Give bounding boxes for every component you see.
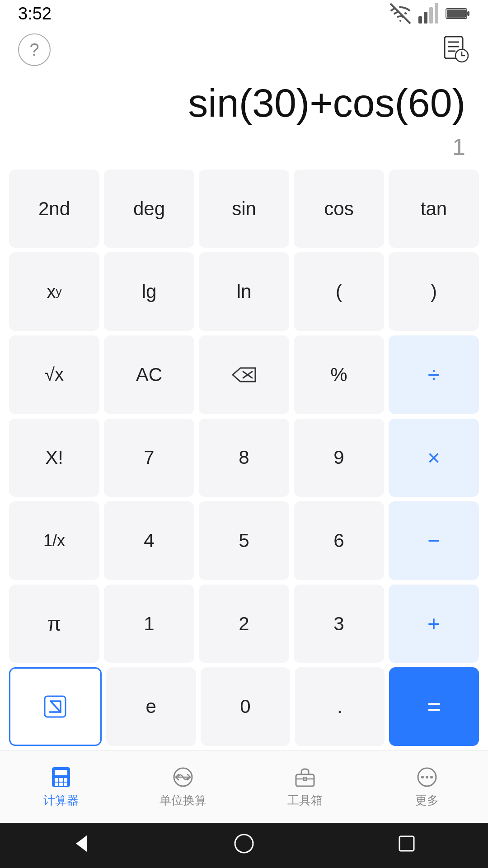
key-pi[interactable]: π [9, 585, 99, 663]
svg-rect-26 [64, 783, 67, 786]
svg-point-37 [235, 835, 253, 853]
key-2[interactable]: 2 [199, 585, 289, 663]
key-row-2: xy lg ln ( ) [9, 252, 479, 331]
key-cos[interactable]: cos [294, 170, 384, 248]
svg-point-33 [421, 776, 424, 778]
nav-label-unit: 单位换算 [160, 793, 206, 808]
key-percent[interactable]: % [294, 335, 384, 414]
nav-item-unit[interactable]: 单位换算 [122, 751, 244, 823]
key-close-paren[interactable]: ) [389, 252, 479, 331]
svg-rect-21 [55, 778, 58, 782]
nav-item-toolbox[interactable]: 工具箱 [244, 751, 366, 823]
unit-nav-icon [171, 765, 195, 789]
key-factorial[interactable]: X! [9, 419, 99, 497]
svg-rect-2 [418, 16, 422, 24]
battery-icon [446, 7, 470, 20]
key-5[interactable]: 5 [199, 501, 289, 580]
key-lg[interactable]: lg [104, 252, 194, 331]
key-subtract[interactable]: − [389, 501, 479, 580]
help-button[interactable]: ? [18, 33, 51, 66]
svg-point-1 [399, 20, 401, 22]
key-tan[interactable]: tan [389, 170, 479, 248]
keypad: 2nd deg sin cos tan xy lg ln ( ) √x AC %… [0, 160, 488, 750]
key-4[interactable]: 4 [104, 501, 194, 580]
status-icons [389, 3, 470, 24]
key-2nd[interactable]: 2nd [9, 170, 99, 248]
svg-rect-24 [55, 783, 58, 786]
key-equals[interactable]: = [389, 667, 479, 746]
backspace-icon [230, 366, 258, 384]
svg-rect-8 [447, 9, 466, 18]
key-arrow[interactable] [9, 667, 102, 746]
svg-rect-5 [435, 3, 438, 24]
nav-item-calculator[interactable]: 计算器 [0, 751, 122, 823]
home-icon [233, 833, 255, 854]
svg-rect-4 [429, 7, 433, 24]
key-decimal[interactable]: . [295, 667, 385, 746]
key-1[interactable]: 1 [104, 585, 194, 663]
key-add[interactable]: + [389, 585, 479, 663]
display-area: sin(30)+cos(60) 1 [0, 72, 488, 160]
key-6[interactable]: 6 [294, 501, 384, 580]
svg-rect-20 [55, 770, 67, 775]
wifi-off-icon [389, 3, 411, 24]
key-deg[interactable]: deg [104, 170, 194, 248]
key-8[interactable]: 8 [199, 419, 289, 497]
more-nav-icon [415, 765, 439, 789]
key-ac[interactable]: AC [104, 335, 194, 414]
back-button[interactable] [70, 833, 92, 859]
key-power[interactable]: xy [9, 252, 99, 331]
nav-label-calculator: 计算器 [43, 793, 79, 808]
nav-item-more[interactable]: 更多 [366, 751, 488, 823]
key-sin[interactable]: sin [199, 170, 289, 248]
svg-point-34 [426, 776, 428, 778]
svg-rect-22 [59, 778, 63, 782]
calculator-nav-icon [49, 765, 73, 789]
signal-icon [418, 3, 439, 24]
status-bar: 3:52 [0, 0, 488, 27]
system-nav-bar [0, 823, 488, 868]
key-open-paren[interactable]: ( [294, 252, 384, 331]
expression-display: sin(30)+cos(60) [188, 81, 465, 125]
key-3[interactable]: 3 [294, 585, 384, 663]
key-row-3: √x AC % ÷ [9, 335, 479, 414]
recents-button[interactable] [396, 833, 418, 859]
key-row-5: 1/x 4 5 6 − [9, 501, 479, 580]
key-multiply[interactable]: × [389, 419, 479, 497]
key-row-1: 2nd deg sin cos tan [9, 170, 479, 248]
key-divide[interactable]: ÷ [389, 335, 479, 414]
arrow-down-right-icon [43, 695, 67, 718]
key-ln[interactable]: ln [199, 252, 289, 331]
nav-label-toolbox: 工具箱 [287, 793, 323, 808]
key-row-6: π 1 2 3 + [9, 585, 479, 663]
app-bar: ? [0, 27, 488, 72]
key-reciprocal[interactable]: 1/x [9, 501, 99, 580]
key-backspace[interactable] [199, 335, 289, 414]
history-button[interactable] [441, 35, 470, 65]
result-display: 1 [452, 133, 465, 160]
key-row-4: X! 7 8 9 × [9, 419, 479, 497]
toolbox-nav-icon [293, 765, 317, 789]
svg-point-35 [430, 776, 433, 778]
svg-marker-36 [76, 835, 87, 852]
status-time: 3:52 [18, 4, 52, 24]
svg-rect-7 [467, 11, 469, 16]
key-0[interactable]: 0 [201, 667, 291, 746]
history-icon [441, 35, 470, 64]
key-9[interactable]: 9 [294, 419, 384, 497]
key-row-7: e 0 . = [9, 667, 479, 746]
key-e[interactable]: e [106, 667, 196, 746]
svg-rect-25 [59, 783, 63, 786]
home-button[interactable] [233, 833, 255, 859]
svg-rect-23 [64, 778, 67, 782]
bottom-nav: 计算器 单位换算 工具箱 更多 [0, 750, 488, 823]
key-sqrt[interactable]: √x [9, 335, 99, 414]
svg-rect-38 [399, 836, 414, 851]
recents-icon [396, 833, 418, 854]
svg-rect-3 [424, 12, 427, 24]
svg-line-18 [51, 701, 61, 712]
nav-label-more: 更多 [415, 793, 439, 808]
back-icon [70, 833, 92, 854]
key-7[interactable]: 7 [104, 419, 194, 497]
